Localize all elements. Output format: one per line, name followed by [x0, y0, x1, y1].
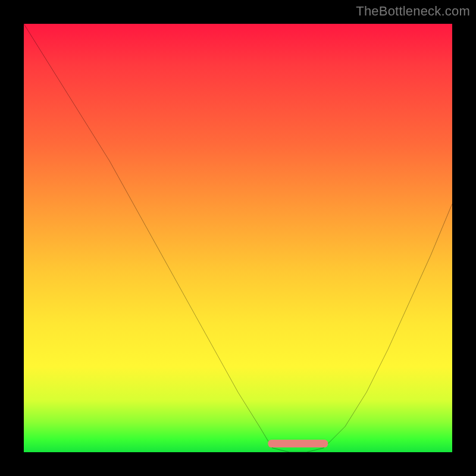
plot-area	[24, 24, 452, 452]
chart-frame: TheBottleneck.com	[0, 0, 476, 476]
chart-svg	[24, 24, 452, 452]
watermark-text: TheBottleneck.com	[356, 4, 470, 19]
bottleneck-curve	[24, 24, 452, 452]
optimal-range-marker	[268, 440, 328, 447]
